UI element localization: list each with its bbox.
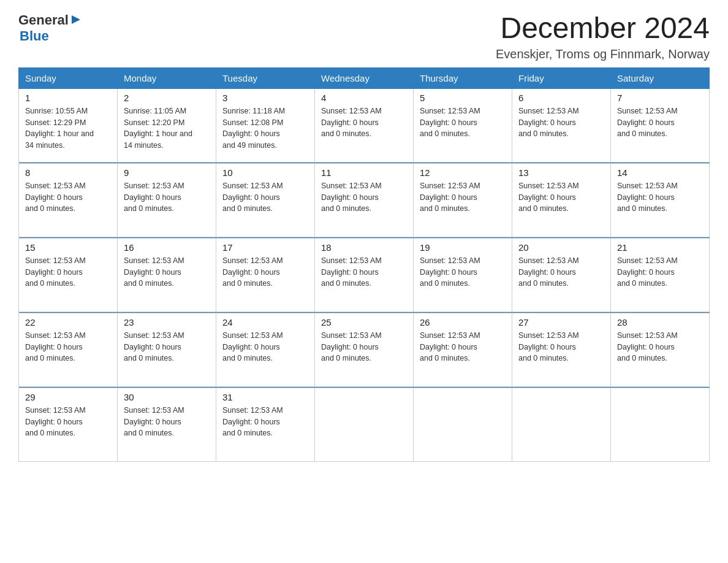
day-number: 12 — [420, 167, 506, 178]
day-cell-25: 25Sunset: 12:53 AM Daylight: 0 hours and… — [315, 313, 414, 386]
day-number: 9 — [124, 167, 210, 178]
day-number: 2 — [124, 93, 210, 103]
day-info: Sunset: 12:53 AM Daylight: 0 hours and 0… — [321, 330, 407, 364]
day-cell-9: 9Sunset: 12:53 AM Daylight: 0 hours and … — [118, 163, 216, 237]
day-info: Sunset: 12:53 AM Daylight: 0 hours and 0… — [25, 330, 111, 364]
day-info: Sunset: 12:53 AM Daylight: 0 hours and 0… — [617, 180, 703, 215]
day-cell-13: 13Sunset: 12:53 AM Daylight: 0 hours and… — [512, 163, 611, 237]
day-info: Sunrise: 11:18 AM Sunset: 12:08 PM Dayli… — [222, 105, 308, 151]
day-cell-19: 19Sunset: 12:53 AM Daylight: 0 hours and… — [414, 238, 512, 312]
weekday-header-thursday: Thursday — [414, 67, 512, 88]
day-cell-6: 6Sunset: 12:53 AM Daylight: 0 hours and … — [512, 88, 611, 162]
day-number: 19 — [420, 242, 506, 253]
day-number: 31 — [222, 392, 308, 402]
day-number: 11 — [321, 167, 407, 178]
day-info: Sunset: 12:53 AM Daylight: 0 hours and 0… — [124, 405, 210, 439]
weekday-header-tuesday: Tuesday — [216, 67, 315, 88]
day-cell-21: 21Sunset: 12:53 AM Daylight: 0 hours and… — [611, 238, 710, 312]
day-number: 18 — [321, 242, 407, 253]
week-row-5: 29Sunset: 12:53 AM Daylight: 0 hours and… — [19, 388, 710, 461]
day-info: Sunset: 12:53 AM Daylight: 0 hours and 0… — [222, 330, 308, 364]
day-info: Sunset: 12:53 AM Daylight: 0 hours and 0… — [420, 180, 506, 215]
day-info: Sunset: 12:53 AM Daylight: 0 hours and 0… — [124, 330, 210, 364]
day-number: 15 — [25, 242, 111, 253]
day-cell-1: 1Sunrise: 10:55 AM Sunset: 12:29 PM Dayl… — [19, 88, 118, 162]
weekday-header-saturday: Saturday — [611, 67, 710, 88]
day-cell-24: 24Sunset: 12:53 AM Daylight: 0 hours and… — [216, 313, 315, 386]
day-number: 27 — [518, 317, 604, 327]
day-info: Sunset: 12:53 AM Daylight: 0 hours and 0… — [222, 180, 308, 215]
day-cell-20: 20Sunset: 12:53 AM Daylight: 0 hours and… — [512, 238, 611, 312]
calendar-table: SundayMondayTuesdayWednesdayThursdayFrid… — [18, 67, 710, 462]
day-number: 10 — [222, 167, 308, 178]
day-number: 17 — [222, 242, 308, 253]
day-number: 16 — [124, 242, 210, 253]
day-cell-12: 12Sunset: 12:53 AM Daylight: 0 hours and… — [414, 163, 512, 237]
day-number: 25 — [321, 317, 407, 327]
day-info: Sunset: 12:53 AM Daylight: 0 hours and 0… — [518, 255, 604, 289]
day-info: Sunset: 12:53 AM Daylight: 0 hours and 0… — [25, 255, 111, 289]
weekday-header-sunday: Sunday — [19, 67, 118, 88]
day-cell-3: 3Sunrise: 11:18 AM Sunset: 12:08 PM Dayl… — [216, 88, 315, 162]
day-cell-27: 27Sunset: 12:53 AM Daylight: 0 hours and… — [512, 313, 611, 386]
day-cell-empty — [414, 388, 512, 461]
day-number: 4 — [321, 93, 407, 103]
day-number: 24 — [222, 317, 308, 327]
day-info: Sunset: 12:53 AM Daylight: 0 hours and 0… — [420, 255, 506, 289]
day-cell-4: 4Sunset: 12:53 AM Daylight: 0 hours and … — [315, 88, 414, 162]
day-info: Sunset: 12:53 AM Daylight: 0 hours and 0… — [321, 105, 407, 140]
day-cell-empty — [512, 388, 611, 461]
week-row-4: 22Sunset: 12:53 AM Daylight: 0 hours and… — [19, 313, 710, 386]
day-number: 5 — [420, 93, 506, 103]
day-info: Sunset: 12:53 AM Daylight: 0 hours and 0… — [518, 105, 604, 140]
day-info: Sunrise: 11:05 AM Sunset: 12:20 PM Dayli… — [124, 105, 210, 151]
day-number: 21 — [617, 242, 703, 253]
logo: General Blue — [18, 12, 83, 44]
day-info: Sunset: 12:53 AM Daylight: 0 hours and 0… — [222, 255, 308, 289]
day-cell-11: 11Sunset: 12:53 AM Daylight: 0 hours and… — [315, 163, 414, 237]
page-title: December 2024 — [496, 12, 710, 45]
day-info: Sunset: 12:53 AM Daylight: 0 hours and 0… — [321, 255, 407, 289]
weekday-header-monday: Monday — [118, 67, 216, 88]
day-cell-23: 23Sunset: 12:53 AM Daylight: 0 hours and… — [118, 313, 216, 386]
day-info: Sunset: 12:53 AM Daylight: 0 hours and 0… — [25, 405, 111, 439]
day-info: Sunset: 12:53 AM Daylight: 0 hours and 0… — [617, 255, 703, 289]
day-info: Sunset: 12:53 AM Daylight: 0 hours and 0… — [420, 330, 506, 364]
logo-arrow-icon — [69, 13, 83, 26]
day-cell-18: 18Sunset: 12:53 AM Daylight: 0 hours and… — [315, 238, 414, 312]
weekday-header-friday: Friday — [512, 67, 611, 88]
day-cell-29: 29Sunset: 12:53 AM Daylight: 0 hours and… — [19, 388, 118, 461]
weekday-header-wednesday: Wednesday — [315, 67, 414, 88]
day-number: 23 — [124, 317, 210, 327]
day-info: Sunset: 12:53 AM Daylight: 0 hours and 0… — [124, 255, 210, 289]
page-header: General Blue December 2024 Evenskjer, Tr… — [18, 12, 710, 61]
day-number: 1 — [25, 93, 111, 103]
logo-general-text: General — [18, 12, 69, 28]
day-number: 8 — [25, 167, 111, 178]
day-cell-15: 15Sunset: 12:53 AM Daylight: 0 hours and… — [19, 238, 118, 312]
day-number: 30 — [124, 392, 210, 402]
day-cell-empty — [611, 388, 710, 461]
svg-marker-0 — [72, 15, 80, 24]
page-subtitle: Evenskjer, Troms og Finnmark, Norway — [496, 47, 710, 61]
day-cell-26: 26Sunset: 12:53 AM Daylight: 0 hours and… — [414, 313, 512, 386]
day-cell-8: 8Sunset: 12:53 AM Daylight: 0 hours and … — [19, 163, 118, 237]
day-info: Sunset: 12:53 AM Daylight: 0 hours and 0… — [518, 330, 604, 364]
day-info: Sunset: 12:53 AM Daylight: 0 hours and 0… — [124, 180, 210, 215]
day-info: Sunset: 12:53 AM Daylight: 0 hours and 0… — [617, 105, 703, 140]
day-number: 7 — [617, 93, 703, 103]
week-row-3: 15Sunset: 12:53 AM Daylight: 0 hours and… — [19, 238, 710, 312]
day-cell-2: 2Sunrise: 11:05 AM Sunset: 12:20 PM Dayl… — [118, 88, 216, 162]
calendar-header-row: SundayMondayTuesdayWednesdayThursdayFrid… — [19, 67, 710, 88]
day-cell-7: 7Sunset: 12:53 AM Daylight: 0 hours and … — [611, 88, 710, 162]
day-cell-30: 30Sunset: 12:53 AM Daylight: 0 hours and… — [118, 388, 216, 461]
day-number: 29 — [25, 392, 111, 402]
day-number: 6 — [518, 93, 604, 103]
day-info: Sunset: 12:53 AM Daylight: 0 hours and 0… — [25, 180, 111, 215]
day-cell-28: 28Sunset: 12:53 AM Daylight: 0 hours and… — [611, 313, 710, 386]
day-number: 28 — [617, 317, 703, 327]
day-number: 13 — [518, 167, 604, 178]
day-cell-31: 31Sunset: 12:53 AM Daylight: 0 hours and… — [216, 388, 315, 461]
day-number: 14 — [617, 167, 703, 178]
day-info: Sunset: 12:53 AM Daylight: 0 hours and 0… — [420, 105, 506, 140]
